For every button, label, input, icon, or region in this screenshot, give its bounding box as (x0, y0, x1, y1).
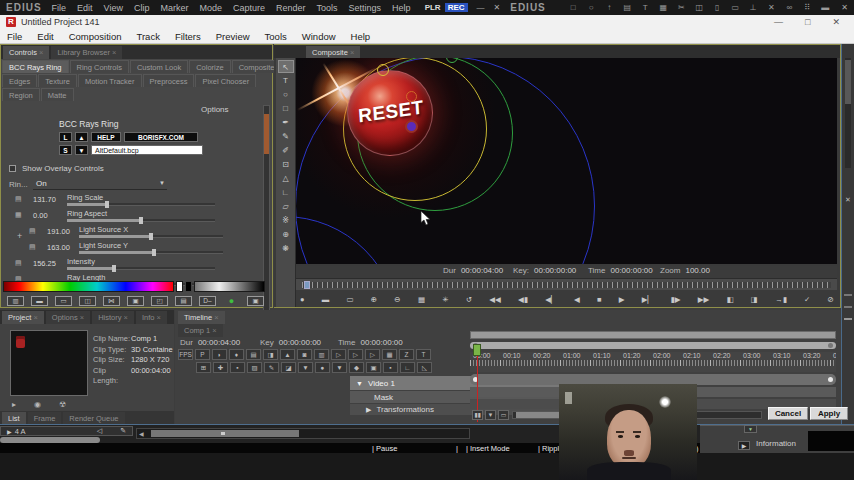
monitor-icon[interactable]: ▭ (730, 3, 741, 12)
small-dot-icon[interactable]: ▪ (383, 362, 398, 373)
goto-marker-icon[interactable]: →▮ (775, 295, 787, 304)
import-icon[interactable]: ▸ (12, 400, 16, 409)
pen-tool-icon[interactable]: ✒ (278, 116, 294, 129)
filter-tab[interactable]: Ring Controls (70, 60, 129, 73)
audio-track-header[interactable]: ▶ 4 A ◁ ✎ (0, 426, 133, 436)
edius-hscroll-thumb[interactable] (151, 430, 299, 437)
menu-item[interactable]: View (104, 3, 123, 13)
clone-tool-icon[interactable]: ⊡ (278, 158, 294, 171)
upload-icon[interactable]: ↑ (604, 3, 615, 12)
filter-tab[interactable]: Colorize (189, 60, 231, 73)
view-strip-icon[interactable]: ▤ (175, 296, 192, 306)
menu-item[interactable]: Tools (265, 31, 287, 42)
pattern-icon[interactable]: ▨ (247, 362, 262, 373)
zoom-in-icon[interactable]: ⊕ (371, 295, 377, 304)
record-icon[interactable]: ● (300, 295, 305, 304)
filter-tab[interactable]: Region (2, 88, 40, 101)
param-value[interactable]: 0.00 (33, 211, 48, 220)
menu-item[interactable]: Preview (216, 31, 250, 42)
rgb-view-icon[interactable]: ▦ (418, 295, 425, 304)
scrollbar-thumb[interactable] (845, 60, 851, 104)
grid-icon[interactable]: ⠿ (802, 3, 813, 12)
borisfx-button[interactable]: BORISFX.COM (124, 132, 198, 142)
scroll-left-icon[interactable]: ◀ (139, 430, 144, 437)
filter-tab[interactable]: Motion Tracker (78, 74, 142, 87)
motion-blur-icon[interactable]: ◙ (297, 349, 312, 360)
param-value[interactable]: 156.25 (33, 259, 56, 268)
black-swatch[interactable] (185, 281, 192, 292)
rectangle-tool-icon[interactable]: □ (278, 102, 294, 115)
audio-icon[interactable]: ♦ (229, 349, 244, 360)
solid-icon[interactable]: ▤ (246, 349, 261, 360)
fwd-a-icon[interactable]: ▷ (331, 349, 346, 360)
control-handle-purple[interactable] (405, 120, 418, 133)
text-tool-icon[interactable]: T (278, 74, 294, 87)
save-icon[interactable]: ▤ (622, 3, 633, 12)
tl-ruler[interactable]: 00:00 00:10 00:20 01:00 01:10 01:20 02:0… (470, 352, 836, 372)
go-end-icon[interactable]: ▶▶ (698, 295, 710, 304)
minimize-icon[interactable]: — (477, 3, 485, 12)
tray-icon[interactable]: ▬ (820, 3, 831, 12)
filter-tab[interactable]: Preprocess (143, 74, 195, 87)
eject-icon[interactable]: ⊥ (748, 3, 759, 12)
view-full-icon[interactable]: ▣ (127, 296, 144, 306)
sync-indicator-icon[interactable]: ● (223, 296, 240, 306)
l-button[interactable]: L (59, 132, 72, 142)
pencil-icon[interactable]: ✎ (120, 427, 126, 435)
delete-icon[interactable]: ✕ (766, 3, 777, 12)
overlay-checkbox[interactable] (9, 165, 16, 172)
zoom-tool-icon[interactable]: ⊕ (278, 228, 294, 241)
menu-item[interactable]: Capture (233, 3, 265, 13)
filter-tab[interactable]: Matte (41, 88, 74, 101)
corner-tool-icon[interactable]: ∟ (278, 186, 294, 199)
menu-item[interactable]: Edit (37, 31, 53, 42)
pencil-tool-icon[interactable]: ✎ (278, 130, 294, 143)
stopwatch-icon[interactable]: ▤ (15, 259, 22, 267)
grid-view-icon[interactable]: ▥ (314, 349, 329, 360)
add-track-icon[interactable]: ⊞ (196, 362, 211, 373)
white-swatch[interactable] (176, 281, 183, 292)
view-layout-3-icon[interactable]: ▭ (55, 296, 72, 306)
stopwatch-icon[interactable]: ▤ (29, 243, 36, 251)
go-start-icon[interactable]: ◀◀ (489, 295, 501, 304)
tl-scroll-bar[interactable] (470, 342, 836, 349)
dropdown-button[interactable]: ▼ (744, 425, 757, 433)
sphere-icon[interactable]: ● (315, 362, 330, 373)
fwd-c-icon[interactable]: ▷ (365, 349, 380, 360)
proxy-icon[interactable]: P (195, 349, 210, 360)
keyframe-icon[interactable]: ◆ (349, 362, 364, 373)
render-flag-icon[interactable]: ☢ (59, 400, 66, 409)
menu-item[interactable]: Edit (77, 3, 93, 13)
box-icon[interactable]: ▭ (498, 410, 509, 420)
draft-mode-icon[interactable]: D– (199, 296, 216, 306)
tl-zoom-bar[interactable] (470, 331, 836, 339)
param-slider[interactable] (67, 267, 215, 270)
stopwatch-icon[interactable]: ▤ (15, 195, 22, 203)
preset-field[interactable]: AltDefault.bcp (91, 145, 203, 155)
param-value[interactable]: 191.00 (47, 227, 70, 236)
menu-item[interactable]: Clip (134, 3, 150, 13)
pan-tool-icon[interactable]: ❋ (278, 242, 294, 255)
menu-item[interactable]: Help (392, 3, 411, 13)
drop-icon[interactable]: ▼ (332, 362, 347, 373)
param-value[interactable]: 163.00 (47, 243, 70, 252)
apply-button[interactable]: Apply (810, 407, 848, 420)
menu-item[interactable]: Marker (160, 3, 188, 13)
quality-icon[interactable]: ◗ (212, 349, 227, 360)
preview-eye-icon[interactable]: ◉ (34, 400, 41, 409)
menu-item[interactable]: Settings (349, 3, 382, 13)
up-arrow-button[interactable]: ▲ (75, 132, 88, 142)
dropdown-icon[interactable]: ▼ (485, 410, 496, 420)
anchor-tool-icon[interactable]: △ (278, 172, 294, 185)
gradient-icon[interactable]: ◨ (263, 349, 278, 360)
menu-item[interactable]: Help (351, 31, 371, 42)
tab-Library Browser[interactable]: Library Browser × (51, 46, 122, 59)
param-slider[interactable] (79, 251, 223, 254)
text-tool-icon[interactable]: T (640, 3, 651, 12)
close-icon[interactable]: ✕ (494, 3, 501, 12)
pause-track-icon[interactable]: ▮▮ (472, 410, 483, 420)
mark-out-icon[interactable]: ◨ (751, 295, 758, 304)
viewer-scrubber[interactable] (296, 278, 837, 290)
hue-gradient-bar[interactable] (3, 281, 174, 292)
selection-tool-icon[interactable]: ↖ (278, 60, 294, 73)
